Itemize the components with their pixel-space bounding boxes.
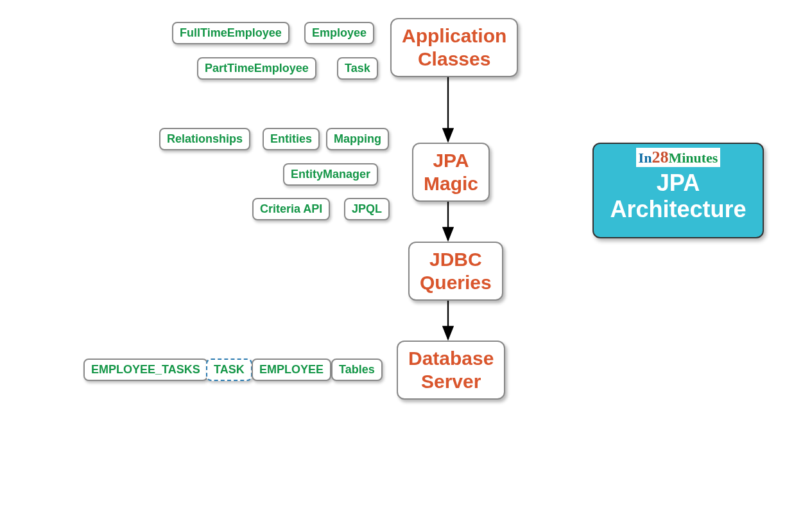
title-text: JPA Architecture xyxy=(600,170,756,223)
employee-table-node: EMPLOYEE xyxy=(252,359,331,381)
node-line2: Magic xyxy=(424,173,478,194)
task-node: Task xyxy=(337,57,378,80)
jpql-node: JPQL xyxy=(344,198,390,220)
relationships-node: Relationships xyxy=(159,128,250,150)
full-time-employee-node: FullTimeEmployee xyxy=(172,22,289,44)
node-line1: Database xyxy=(408,348,494,369)
application-classes-node: Application Classes xyxy=(390,18,518,77)
part-time-employee-node: PartTimeEmployee xyxy=(197,57,316,80)
entities-node: Entities xyxy=(263,128,320,150)
brand-logo: In28Minutes xyxy=(636,148,721,167)
entity-manager-node: EntityManager xyxy=(283,163,378,186)
title-box: In28Minutes JPA Architecture xyxy=(592,143,764,238)
database-server-node: Database Server xyxy=(397,341,505,400)
brand-minutes: Minutes xyxy=(668,150,718,166)
node-line1: JPA xyxy=(433,150,469,171)
task-table-node: TASK xyxy=(206,359,252,381)
node-line2: Server xyxy=(421,371,481,392)
node-line1: JDBC xyxy=(429,249,482,270)
node-line2: Queries xyxy=(420,272,492,293)
employee-node: Employee xyxy=(304,22,374,44)
title-line1: JPA xyxy=(657,170,700,196)
node-line2: Classes xyxy=(418,48,490,69)
brand-in: In xyxy=(639,150,652,166)
mapping-node: Mapping xyxy=(326,128,389,150)
jdbc-queries-node: JDBC Queries xyxy=(408,242,503,301)
criteria-api-node: Criteria API xyxy=(252,198,330,220)
title-line2: Architecture xyxy=(610,196,746,222)
node-line1: Application xyxy=(402,25,506,46)
jpa-magic-node: JPA Magic xyxy=(412,143,490,202)
tables-node: Tables xyxy=(331,359,383,381)
employee-tasks-table-node: EMPLOYEE_TASKS xyxy=(83,359,208,381)
brand-number: 28 xyxy=(652,148,668,166)
